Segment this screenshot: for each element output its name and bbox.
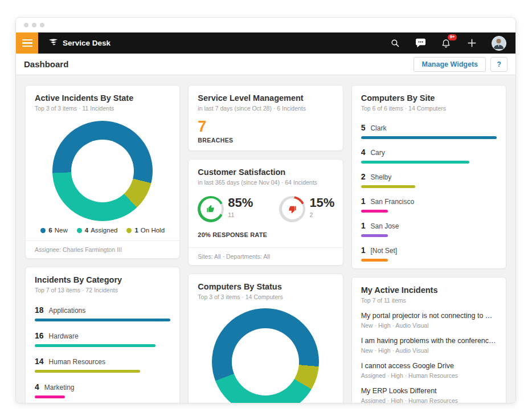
bar — [35, 344, 155, 347]
bar-row: 1San Francisco — [361, 197, 497, 213]
user-avatar[interactable] — [492, 36, 506, 51]
help-button[interactable]: ? — [490, 57, 508, 72]
positive-gauge-ring — [198, 196, 224, 222]
widget-active-incidents-by-state: Active Incidents By State Top 3 of 3 ite… — [25, 85, 180, 259]
hamburger-menu-button[interactable] — [16, 32, 38, 54]
column-3: Computers By Site Top 6 of 6 items · 14 … — [351, 85, 506, 403]
incident-list-item[interactable]: My portal projector is not connecting to… — [361, 312, 497, 329]
bar-value: 1 — [361, 221, 366, 230]
incident-list-item[interactable]: I am having problems with the conference… — [361, 337, 497, 354]
legend-value: 6 — [48, 227, 52, 234]
legend-value: 1 — [134, 227, 138, 234]
bar-row: 4Cary — [361, 148, 497, 164]
incident-meta: New · High · Audio Visual — [361, 322, 497, 329]
solarwinds-logo-icon — [48, 39, 58, 47]
manage-widgets-button[interactable]: Manage Widgets — [414, 57, 486, 72]
app-top-bar: Service Desk — [16, 32, 515, 54]
notification-badge: 9+ — [448, 34, 457, 40]
widget-title: Incidents By Category — [35, 275, 170, 284]
bar-label: Marketing — [44, 384, 75, 391]
incident-title: I am having problems with the conference… — [361, 337, 497, 345]
widget-subtitle: Top 3 of 3 items · 11 Incidents — [35, 105, 170, 112]
widget-filter-footer: Sites: All · Departments: All — [189, 247, 342, 265]
donut-hole — [71, 140, 134, 202]
widget-customer-satisfaction: Customer Satisfaction in last 365 days (… — [188, 159, 343, 266]
search-icon[interactable] — [389, 38, 400, 49]
negative-gauge-ring — [279, 196, 305, 222]
bar-label: San Francisco — [370, 198, 414, 206]
window-control-dot[interactable] — [32, 23, 36, 27]
bar-label: Hardware — [49, 332, 79, 340]
bar-label: Shelby — [370, 173, 391, 181]
widget-incidents-by-category: Incidents By Category Top 7 of 13 items … — [25, 267, 180, 403]
column-1: Active Incidents By State Top 3 of 3 ite… — [25, 85, 180, 403]
incident-list-item[interactable]: My ERP Looks Different Assigned · High ·… — [361, 387, 497, 403]
bar — [361, 210, 388, 213]
widget-subtitle: Top 6 of 6 items · 14 Computers — [361, 105, 497, 112]
legend-dot — [40, 228, 46, 233]
incident-title: My portal projector is not connecting to… — [361, 312, 497, 320]
incidents-by-state-donut-chart — [52, 121, 153, 221]
add-new-icon[interactable] — [466, 38, 477, 49]
bar-row: 14Human Resources — [35, 357, 170, 373]
window-titlebar — [16, 18, 515, 32]
widget-service-level-management: Service Level Management in last 7 days … — [188, 85, 343, 151]
window-control-dot[interactable] — [40, 23, 44, 27]
breaches-label: BREACHES — [198, 137, 333, 144]
widget-subtitle: in last 7 days (since Oct 28) · 6 Incide… — [198, 105, 333, 112]
negative-percent: 15% — [309, 196, 334, 210]
bar — [361, 136, 497, 139]
bar-label: Clark — [370, 124, 386, 132]
bar-row: 1San Jose — [361, 221, 497, 237]
widget-filter-footer: Assignee: Charles Farmington III — [26, 240, 179, 258]
positive-count: 11 — [228, 211, 253, 218]
widget-subtitle: in last 365 days (since Nov 04) · 64 Inc… — [198, 179, 333, 186]
bar-value: 14 — [35, 357, 44, 366]
bar — [35, 395, 65, 398]
widget-title: Active Incidents By State — [35, 93, 170, 103]
incident-list-item[interactable]: I cannot access Google Drive Assigned · … — [361, 362, 497, 379]
bar-value: 5 — [361, 123, 366, 132]
legend-item: 4 Assigned — [77, 227, 118, 234]
computers-by-status-donut-chart — [212, 308, 319, 403]
incident-meta: Assigned · High · Human Resources — [361, 372, 497, 379]
chat-icon[interactable] — [415, 38, 426, 49]
widget-title: My Active Incidents — [361, 286, 497, 295]
thumb-up-icon — [206, 205, 215, 214]
bar — [361, 185, 415, 188]
bar-value: 2 — [361, 172, 366, 181]
window-control-dot[interactable] — [24, 23, 28, 27]
widget-title: Service Level Management — [198, 93, 333, 103]
bar-label: [Not Set] — [370, 247, 397, 255]
bar-value: 18 — [35, 305, 44, 315]
page-title: Dashboard — [24, 59, 68, 69]
legend-item: 1 On Hold — [126, 227, 165, 234]
bar-value: 1 — [361, 197, 366, 206]
widget-title: Computers By Site — [361, 93, 497, 103]
brand[interactable]: Service Desk — [48, 32, 111, 54]
bar-label: Cary — [370, 149, 384, 157]
widget-subtitle: Top 7 of 11 items — [361, 297, 497, 304]
bar — [361, 161, 470, 164]
notifications-bell-icon[interactable]: 9+ — [440, 38, 452, 49]
legend-dot — [126, 228, 132, 233]
bar — [35, 319, 170, 321]
dashboard-content: Active Incidents By State Top 3 of 3 ite… — [16, 75, 515, 403]
thumb-down-icon — [288, 205, 297, 214]
legend-label: Assigned — [91, 227, 117, 234]
widget-computers-by-status: Computers By Status Top 3 of 3 items · 1… — [188, 274, 343, 403]
bar — [35, 370, 140, 373]
column-2: Service Level Management in last 7 days … — [188, 85, 343, 403]
bar-row: 16Hardware — [35, 331, 170, 347]
bar-row: 5Clark — [361, 123, 497, 139]
bar — [361, 234, 388, 237]
bar-value: 4 — [361, 148, 366, 157]
bar — [361, 259, 388, 262]
bar-label: San Jose — [370, 222, 399, 230]
bar-value: 16 — [35, 331, 44, 340]
bar-row: 18Applications — [35, 305, 170, 321]
widget-title: Customer Satisfaction — [198, 168, 333, 177]
page-header: Dashboard Manage Widgets ? — [16, 54, 515, 75]
incident-title: I cannot access Google Drive — [361, 362, 497, 370]
widget-title: Computers By Status — [198, 282, 333, 291]
